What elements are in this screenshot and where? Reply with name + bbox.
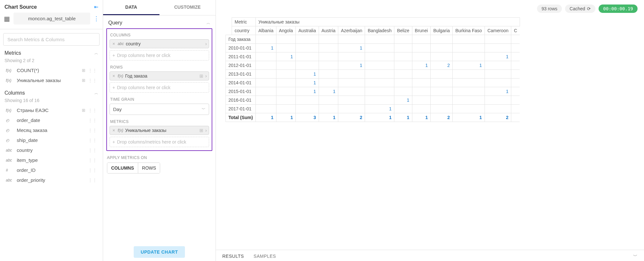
cell-value[interactable] — [431, 96, 453, 105]
total-cell[interactable]: 1 — [276, 113, 296, 122]
chevron-right-icon[interactable]: › — [205, 41, 207, 46]
cell-value[interactable] — [453, 44, 485, 52]
search-input[interactable] — [3, 33, 100, 46]
cell-value[interactable]: 1 — [255, 44, 276, 52]
chevron-right-icon[interactable]: › — [205, 128, 207, 133]
column-item[interactable]: abc item_type ⋮⋮ — [3, 155, 100, 165]
cell-value[interactable]: 1 — [296, 70, 319, 79]
cell-value[interactable] — [394, 87, 412, 96]
tab-data[interactable]: DATA — [103, 0, 159, 15]
cached-pill[interactable]: Cached ⟳ — [565, 5, 595, 13]
cell-value[interactable] — [365, 44, 394, 52]
column-item[interactable]: f(x) Страны ЕАЭС ⊞ ⋮⋮ — [3, 106, 100, 115]
total-cell[interactable]: 1 — [319, 113, 338, 122]
column-item[interactable]: abc order_priority ⋮⋮ — [3, 175, 100, 185]
total-cell[interactable]: 1 — [365, 113, 394, 122]
chevron-up-icon[interactable]: ︿ — [94, 51, 98, 56]
cell-value[interactable] — [255, 70, 276, 79]
cell-value[interactable]: 1 — [365, 105, 394, 113]
cell-value[interactable] — [485, 96, 511, 105]
tab-customize[interactable]: CUSTOMIZE — [159, 0, 216, 15]
cell-value[interactable] — [365, 70, 394, 79]
cell-value[interactable] — [394, 79, 412, 87]
cell-value[interactable] — [319, 61, 338, 70]
country-col-header[interactable]: Brunei — [412, 26, 430, 35]
cell-value[interactable] — [431, 79, 453, 87]
cell-value[interactable] — [255, 79, 276, 87]
total-cell[interactable]: 1 — [394, 113, 412, 122]
cell-value[interactable] — [412, 87, 430, 96]
cell-value[interactable] — [338, 87, 365, 96]
drop-metrics-zone[interactable]: + Drop columns/metrics here or click — [110, 137, 209, 147]
cell-value[interactable]: 1 — [338, 44, 365, 52]
column-item[interactable]: ◴ ship_date ⋮⋮ — [3, 135, 100, 145]
drag-handle-icon[interactable]: ⋮⋮ — [88, 128, 97, 133]
cell-value[interactable] — [319, 96, 338, 105]
country-col-header[interactable]: Austria — [319, 26, 338, 35]
drag-handle-icon[interactable]: ⋮⋮ — [88, 148, 97, 153]
total-cell[interactable]: 2 — [338, 113, 365, 122]
cell-value[interactable] — [412, 44, 430, 52]
drag-handle-icon[interactable]: ⋮⋮ — [88, 68, 97, 73]
cell-value[interactable]: 2 — [431, 61, 453, 70]
update-chart-button[interactable]: UPDATE CHART — [134, 246, 185, 258]
cell-value[interactable] — [453, 52, 485, 61]
cell-value[interactable] — [365, 79, 394, 87]
cell-value[interactable] — [394, 70, 412, 79]
column-item[interactable]: ◴ Месяц заказа ⋮⋮ — [3, 126, 100, 135]
cell-value[interactable] — [338, 52, 365, 61]
remove-chip-icon[interactable]: × — [112, 128, 116, 133]
metric-item[interactable]: f(x) Уникальные заказы ⊞ ⋮⋮ — [3, 76, 100, 85]
cell-value[interactable] — [365, 87, 394, 96]
drag-handle-icon[interactable]: ⋮⋮ — [88, 108, 97, 113]
cell-value[interactable] — [431, 87, 453, 96]
cell-value[interactable] — [255, 87, 276, 96]
cell-value[interactable] — [394, 61, 412, 70]
country-col-header[interactable]: Cameroon — [485, 26, 511, 35]
country-col-header[interactable]: C — [511, 26, 520, 35]
cell-value[interactable]: 1 — [394, 96, 412, 105]
country-col-header[interactable]: Angola — [276, 26, 296, 35]
cell-value[interactable] — [365, 61, 394, 70]
cell-value[interactable] — [338, 70, 365, 79]
cell-value[interactable] — [296, 52, 319, 61]
total-cell[interactable]: 1 — [412, 113, 430, 122]
cell-value[interactable] — [394, 52, 412, 61]
cell-value[interactable]: 1 — [485, 87, 511, 96]
cell-value[interactable]: 1 — [296, 79, 319, 87]
cell-value[interactable] — [412, 70, 430, 79]
total-cell[interactable]: 2 — [485, 113, 511, 122]
cell-value[interactable] — [485, 79, 511, 87]
cell-value[interactable] — [276, 70, 296, 79]
cell-value[interactable]: 1 — [485, 52, 511, 61]
cell-value[interactable]: 1 — [319, 87, 338, 96]
row-chip-year[interactable]: × f(x) Год заказа ⊞ › — [110, 71, 209, 80]
chevron-up-icon[interactable]: ︿ — [94, 90, 98, 96]
cell-value[interactable] — [296, 61, 319, 70]
country-col-header[interactable]: Bulgaria — [431, 26, 453, 35]
cell-value[interactable]: 1 — [338, 61, 365, 70]
country-col-header[interactable]: Albania — [255, 26, 276, 35]
tab-results[interactable]: RESULTS — [222, 254, 244, 259]
cell-value[interactable] — [255, 105, 276, 113]
column-item[interactable]: abc country ⋮⋮ — [3, 145, 100, 155]
cell-value[interactable] — [412, 52, 430, 61]
dataset-selector[interactable]: moncon.ag_test_table — [14, 13, 90, 24]
total-cell[interactable]: 3 — [296, 113, 319, 122]
cell-value[interactable] — [296, 96, 319, 105]
drag-handle-icon[interactable]: ⋮⋮ — [88, 158, 97, 163]
cell-value[interactable] — [296, 105, 319, 113]
tab-samples[interactable]: SAMPLES — [254, 254, 276, 259]
cell-value[interactable] — [319, 52, 338, 61]
cell-value[interactable] — [453, 96, 485, 105]
cell-value[interactable] — [255, 96, 276, 105]
cell-value[interactable] — [276, 44, 296, 52]
cell-value[interactable] — [412, 96, 430, 105]
total-cell[interactable]: 1 — [255, 113, 276, 122]
cell-value[interactable] — [431, 52, 453, 61]
country-col-header[interactable]: Bangladesh — [365, 26, 394, 35]
cell-value[interactable] — [485, 61, 511, 70]
dataset-menu-icon[interactable]: ⋮ — [93, 15, 100, 22]
column-item[interactable]: # order_ID ⋮⋮ — [3, 165, 100, 175]
cell-value[interactable] — [453, 87, 485, 96]
